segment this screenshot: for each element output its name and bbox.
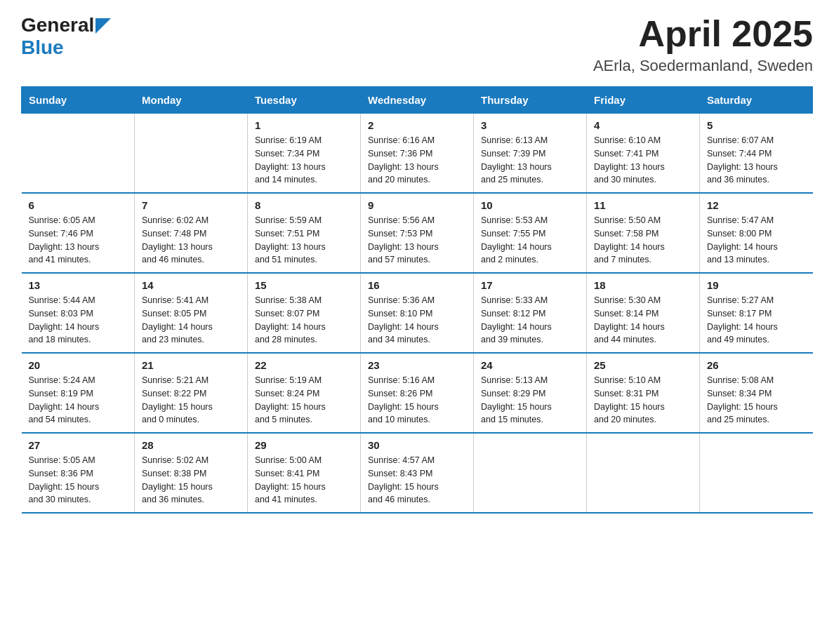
calendar-cell (700, 433, 813, 513)
title-block: April 2025 AErla, Soedermanland, Sweden (593, 14, 813, 75)
day-info: Sunrise: 5:50 AM Sunset: 7:58 PM Dayligh… (594, 214, 692, 267)
calendar-cell: 21Sunrise: 5:21 AM Sunset: 8:22 PM Dayli… (135, 353, 248, 433)
calendar-cell: 22Sunrise: 5:19 AM Sunset: 8:24 PM Dayli… (248, 353, 361, 433)
calendar-week-row: 27Sunrise: 5:05 AM Sunset: 8:36 PM Dayli… (22, 433, 813, 513)
calendar-cell: 27Sunrise: 5:05 AM Sunset: 8:36 PM Dayli… (22, 433, 135, 513)
calendar-week-row: 13Sunrise: 5:44 AM Sunset: 8:03 PM Dayli… (22, 273, 813, 353)
day-info: Sunrise: 6:07 AM Sunset: 7:44 PM Dayligh… (707, 134, 806, 187)
day-number: 5 (707, 119, 806, 131)
main-title: April 2025 (593, 14, 813, 54)
calendar-cell: 15Sunrise: 5:38 AM Sunset: 8:07 PM Dayli… (248, 273, 361, 353)
day-info: Sunrise: 6:13 AM Sunset: 7:39 PM Dayligh… (481, 134, 579, 187)
calendar-cell: 10Sunrise: 5:53 AM Sunset: 7:55 PM Dayli… (474, 193, 587, 273)
day-number: 27 (29, 439, 128, 451)
day-number: 10 (481, 199, 579, 211)
day-number: 25 (594, 359, 692, 371)
calendar-cell: 7Sunrise: 6:02 AM Sunset: 7:48 PM Daylig… (135, 193, 248, 273)
column-header-sunday: Sunday (22, 87, 135, 114)
calendar-cell: 3Sunrise: 6:13 AM Sunset: 7:39 PM Daylig… (474, 114, 587, 194)
day-number: 2 (368, 119, 466, 131)
column-header-monday: Monday (135, 87, 248, 114)
calendar-cell: 4Sunrise: 6:10 AM Sunset: 7:41 PM Daylig… (587, 114, 700, 194)
day-info: Sunrise: 5:21 AM Sunset: 8:22 PM Dayligh… (142, 374, 240, 427)
column-header-friday: Friday (587, 87, 700, 114)
day-info: Sunrise: 5:56 AM Sunset: 7:53 PM Dayligh… (368, 214, 466, 267)
day-info: Sunrise: 5:38 AM Sunset: 8:07 PM Dayligh… (255, 294, 353, 347)
day-number: 15 (255, 279, 353, 291)
calendar-cell (474, 433, 587, 513)
day-number: 11 (594, 199, 692, 211)
day-info: Sunrise: 5:33 AM Sunset: 8:12 PM Dayligh… (481, 294, 579, 347)
calendar-week-row: 6Sunrise: 6:05 AM Sunset: 7:46 PM Daylig… (22, 193, 813, 273)
day-info: Sunrise: 5:13 AM Sunset: 8:29 PM Dayligh… (481, 374, 579, 427)
day-number: 12 (707, 199, 806, 211)
day-number: 17 (481, 279, 579, 291)
day-info: Sunrise: 5:10 AM Sunset: 8:31 PM Dayligh… (594, 374, 692, 427)
day-number: 18 (594, 279, 692, 291)
calendar-cell: 20Sunrise: 5:24 AM Sunset: 8:19 PM Dayli… (22, 353, 135, 433)
calendar-cell: 23Sunrise: 5:16 AM Sunset: 8:26 PM Dayli… (361, 353, 474, 433)
day-number: 9 (368, 199, 466, 211)
day-info: Sunrise: 6:05 AM Sunset: 7:46 PM Dayligh… (29, 214, 128, 267)
calendar-cell: 14Sunrise: 5:41 AM Sunset: 8:05 PM Dayli… (135, 273, 248, 353)
calendar-cell: 28Sunrise: 5:02 AM Sunset: 8:38 PM Dayli… (135, 433, 248, 513)
logo: General Blue (21, 14, 111, 59)
calendar-cell: 17Sunrise: 5:33 AM Sunset: 8:12 PM Dayli… (474, 273, 587, 353)
day-info: Sunrise: 6:02 AM Sunset: 7:48 PM Dayligh… (142, 214, 240, 267)
logo-general-text: General (21, 14, 94, 36)
calendar-cell: 8Sunrise: 5:59 AM Sunset: 7:51 PM Daylig… (248, 193, 361, 273)
calendar-cell: 16Sunrise: 5:36 AM Sunset: 8:10 PM Dayli… (361, 273, 474, 353)
day-info: Sunrise: 6:10 AM Sunset: 7:41 PM Dayligh… (594, 134, 692, 187)
day-info: Sunrise: 5:24 AM Sunset: 8:19 PM Dayligh… (29, 374, 128, 427)
calendar-cell: 12Sunrise: 5:47 AM Sunset: 8:00 PM Dayli… (700, 193, 813, 273)
day-number: 4 (594, 119, 692, 131)
day-info: Sunrise: 4:57 AM Sunset: 8:43 PM Dayligh… (368, 454, 466, 507)
day-number: 6 (29, 199, 128, 211)
day-info: Sunrise: 5:41 AM Sunset: 8:05 PM Dayligh… (142, 294, 240, 347)
day-number: 20 (29, 359, 128, 371)
calendar-cell (587, 433, 700, 513)
calendar-cell: 13Sunrise: 5:44 AM Sunset: 8:03 PM Dayli… (22, 273, 135, 353)
day-number: 7 (142, 199, 240, 211)
subtitle: AErla, Soedermanland, Sweden (593, 57, 813, 75)
day-number: 23 (368, 359, 466, 371)
day-number: 21 (142, 359, 240, 371)
day-number: 14 (142, 279, 240, 291)
day-number: 24 (481, 359, 579, 371)
day-info: Sunrise: 5:02 AM Sunset: 8:38 PM Dayligh… (142, 454, 240, 507)
calendar-week-row: 20Sunrise: 5:24 AM Sunset: 8:19 PM Dayli… (22, 353, 813, 433)
column-header-tuesday: Tuesday (248, 87, 361, 114)
day-info: Sunrise: 5:16 AM Sunset: 8:26 PM Dayligh… (368, 374, 466, 427)
logo-triangle-icon (95, 18, 111, 34)
day-number: 13 (29, 279, 128, 291)
day-number: 29 (255, 439, 353, 451)
day-number: 1 (255, 119, 353, 131)
calendar-cell: 29Sunrise: 5:00 AM Sunset: 8:41 PM Dayli… (248, 433, 361, 513)
day-info: Sunrise: 5:19 AM Sunset: 8:24 PM Dayligh… (255, 374, 353, 427)
calendar-cell (22, 114, 135, 194)
day-info: Sunrise: 5:00 AM Sunset: 8:41 PM Dayligh… (255, 454, 353, 507)
day-info: Sunrise: 5:08 AM Sunset: 8:34 PM Dayligh… (707, 374, 806, 427)
calendar-header-row: SundayMondayTuesdayWednesdayThursdayFrid… (22, 87, 813, 114)
day-info: Sunrise: 5:53 AM Sunset: 7:55 PM Dayligh… (481, 214, 579, 267)
calendar-cell (135, 114, 248, 194)
calendar-table: SundayMondayTuesdayWednesdayThursdayFrid… (21, 86, 813, 514)
day-number: 28 (142, 439, 240, 451)
calendar-cell: 1Sunrise: 6:19 AM Sunset: 7:34 PM Daylig… (248, 114, 361, 194)
day-number: 8 (255, 199, 353, 211)
day-info: Sunrise: 5:27 AM Sunset: 8:17 PM Dayligh… (707, 294, 806, 347)
logo-blue-text: Blue (21, 36, 64, 58)
calendar-cell: 6Sunrise: 6:05 AM Sunset: 7:46 PM Daylig… (22, 193, 135, 273)
calendar-cell: 18Sunrise: 5:30 AM Sunset: 8:14 PM Dayli… (587, 273, 700, 353)
day-info: Sunrise: 5:47 AM Sunset: 8:00 PM Dayligh… (707, 214, 806, 267)
calendar-cell: 5Sunrise: 6:07 AM Sunset: 7:44 PM Daylig… (700, 114, 813, 194)
column-header-saturday: Saturday (700, 87, 813, 114)
column-header-wednesday: Wednesday (361, 87, 474, 114)
day-info: Sunrise: 5:59 AM Sunset: 7:51 PM Dayligh… (255, 214, 353, 267)
day-number: 16 (368, 279, 466, 291)
svg-marker-0 (95, 18, 111, 34)
calendar-cell: 25Sunrise: 5:10 AM Sunset: 8:31 PM Dayli… (587, 353, 700, 433)
day-info: Sunrise: 5:30 AM Sunset: 8:14 PM Dayligh… (594, 294, 692, 347)
calendar-cell: 26Sunrise: 5:08 AM Sunset: 8:34 PM Dayli… (700, 353, 813, 433)
day-info: Sunrise: 5:44 AM Sunset: 8:03 PM Dayligh… (29, 294, 128, 347)
